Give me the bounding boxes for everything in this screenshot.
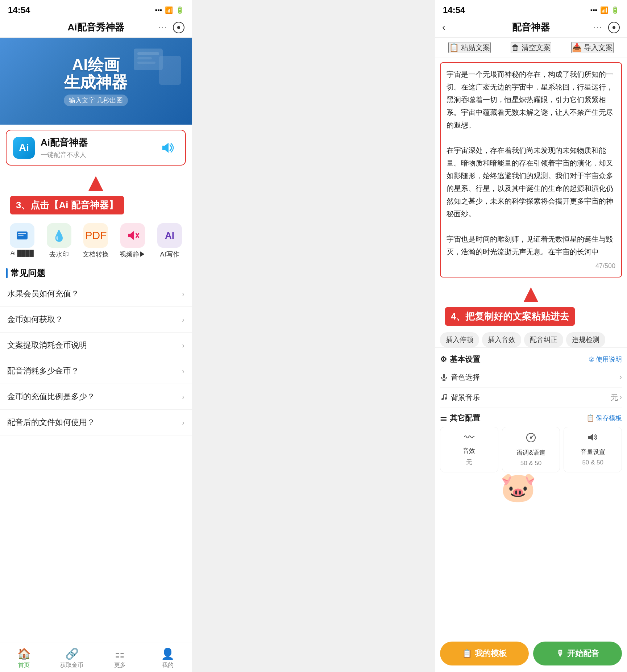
left-nav-bar: Ai配音秀神器 ··· (0, 17, 192, 38)
left-status-bar: 14:54 ▪▪▪ 📶 🔋 (0, 0, 192, 17)
highlight-card-text: Ai配音神器 一键配音不求人 (41, 136, 151, 159)
right-nav-right: ··· (594, 22, 620, 33)
config-card-sfx[interactable]: 音效 无 (440, 427, 498, 472)
right-red-arrow-up: ▲ (435, 282, 627, 305)
speaker-icon (157, 139, 179, 157)
battery-icon: 🔋 (176, 6, 184, 14)
voice-label: 音色选择 (440, 372, 480, 382)
banner: AI绘画 生成神器 输入文字 几秒出图 (0, 38, 192, 125)
tab-home[interactable]: 🏠 首页 (0, 647, 48, 669)
voice-icon (440, 373, 448, 381)
faq-item-6-text: 配音后的文件如何使用？ (7, 417, 95, 428)
tab-more-icon: ⚏ (115, 647, 125, 660)
right-nav-target-icon[interactable] (608, 22, 620, 33)
bg-music-row[interactable]: 背景音乐 无 › (440, 388, 622, 408)
tab-home-label: 首页 (18, 661, 30, 669)
faq-item-5[interactable]: 金币的充值比例是多少？ › (0, 384, 192, 410)
bg-music-label: 背景音乐 (440, 393, 480, 402)
voice-value: › (618, 372, 622, 382)
faq-item-3[interactable]: 文案提取消耗金币说明 › (0, 333, 192, 358)
tab-pause[interactable]: 插入停顿 (440, 332, 479, 347)
other-title: ⚌ 其它配置 (440, 413, 480, 423)
sfx-wave-icon (464, 432, 474, 444)
svg-marker-20 (588, 434, 593, 441)
back-button[interactable]: ‹ (442, 22, 445, 33)
sfx-card-label: 音效 (463, 447, 475, 455)
tab-sfx[interactable]: 插入音效 (482, 332, 521, 347)
music-icon (440, 393, 448, 401)
left-nav-title: Ai配音秀神器 (68, 21, 124, 34)
feature-watermark[interactable]: 💧 去水印 (43, 223, 75, 259)
right-status-icons: ▪▪▪ 📶 🔋 (590, 6, 619, 14)
toolbar: 📋 粘贴文案 🗑 清空文案 📥 导入文案 (435, 38, 627, 58)
bottom-buttons: 📋 我的模板 🎙 开始配音 (435, 636, 627, 672)
save-template-text: 保存模板 (596, 414, 622, 422)
tab-coins[interactable]: 🔗 获取金币 (48, 647, 96, 669)
tab-correct[interactable]: 配音纠正 (524, 332, 563, 347)
step4-label-container: 4、把复制好的文案粘贴进去 (440, 306, 622, 329)
text-counter: 47/500 (447, 260, 615, 272)
clear-btn[interactable]: 🗑 清空文案 (511, 42, 551, 53)
right-nav-more-icon[interactable]: ··· (594, 23, 602, 32)
config-card-volume[interactable]: 音量设置 50 & 50 (564, 427, 622, 472)
feature-mute[interactable]: 视频静▶ (116, 223, 149, 259)
my-template-btn[interactable]: 📋 我的模板 (440, 642, 529, 665)
faq-item-3-text: 文案提取消耗金币说明 (7, 340, 87, 351)
faq-item-1[interactable]: 水果会员如何充值？ › (0, 281, 192, 307)
svg-rect-8 (18, 235, 24, 236)
left-nav-more-icon[interactable]: ··· (158, 23, 167, 32)
feature-doc[interactable]: PDF 文档转换 (79, 223, 112, 259)
start-btn-label: 开始配音 (567, 648, 599, 659)
right-phone: 14:54 ▪▪▪ 📶 🔋 ‹ 配音神器 ··· 📋 粘贴文案 🗑 清空文案 📥… (435, 0, 627, 672)
tone-card-value: 50 & 50 (520, 460, 542, 467)
banner-sub: 输入文字 几秒出图 (64, 95, 128, 106)
faq-item-6[interactable]: 配音后的文件如何使用？ › (0, 410, 192, 435)
other-title-text: 其它配置 (450, 413, 480, 423)
volume-icon (587, 432, 598, 445)
settings-header: ⚙ 基本设置 ② 使用说明 (440, 354, 622, 364)
feature-ai-icon (10, 223, 34, 248)
faq-item-4[interactable]: 配音消耗多少金币？ › (0, 358, 192, 384)
right-status-bar: 14:54 ▪▪▪ 📶 🔋 (435, 0, 627, 17)
svg-marker-5 (162, 143, 169, 153)
svg-rect-4 (159, 56, 181, 85)
text-area[interactable]: 宇宙是一个无垠而神秘的存在，构成了我们所知的一切。在这广袤无边的宇宙中，星系轮回… (440, 62, 622, 277)
tab-coins-icon: 🔗 (65, 647, 79, 660)
svg-rect-3 (137, 62, 155, 64)
paste-btn[interactable]: 📋 粘贴文案 (448, 42, 491, 53)
arrow-up-icon: ▲ (83, 172, 108, 192)
feature-item-ai[interactable]: Ai ████ (6, 223, 38, 259)
faq-item-2[interactable]: 金币如何获取？ › (0, 307, 192, 333)
left-nav-target-icon[interactable] (173, 22, 184, 33)
settings-help[interactable]: ② 使用说明 (589, 355, 622, 364)
tab-check[interactable]: 违规检测 (566, 332, 605, 347)
faq-item-5-text: 金币的充值比例是多少？ (7, 391, 95, 402)
start-btn-icon: 🎙 (556, 649, 564, 658)
tone-speed-icon (526, 432, 536, 446)
save-template-btn[interactable]: 📋 保存模板 (586, 414, 622, 422)
right-battery-icon: 🔋 (611, 6, 619, 14)
feature-ai-label: Ai ████ (11, 250, 34, 256)
tab-profile[interactable]: 👤 我的 (144, 647, 192, 669)
faq-chevron-1: › (182, 290, 184, 298)
template-btn-label: 我的模板 (475, 648, 507, 659)
feature-ai-write[interactable]: AI AI写作 (153, 223, 186, 259)
config-card-tone[interactable]: 语调&语速 50 & 50 (502, 427, 560, 472)
right-time: 14:54 (443, 5, 465, 15)
paste-icon: 📋 (449, 43, 459, 53)
clear-icon: 🗑 (511, 43, 519, 53)
faq-chevron-6: › (182, 418, 184, 427)
red-arrow-up: ▲ (0, 171, 192, 194)
banner-decoration (130, 45, 188, 88)
bg-music-label-text: 背景音乐 (451, 393, 480, 402)
highlight-card[interactable]: Ai Ai配音神器 一键配音不求人 (6, 130, 186, 166)
start-dubbing-btn[interactable]: 🎙 开始配音 (533, 642, 622, 665)
left-time: 14:54 (8, 5, 30, 15)
faq-chevron-4: › (182, 367, 184, 375)
right-signal-icon: ▪▪▪ (590, 7, 597, 14)
voice-row[interactable]: 音色选择 › (440, 367, 622, 388)
step3-text: 3、点击【Ai 配音神器】 (10, 196, 124, 214)
tab-more[interactable]: ⚏ 更多 (96, 647, 144, 669)
import-btn[interactable]: 📥 导入文案 (571, 42, 614, 53)
step4-text: 4、把复制好的文案粘贴进去 (445, 307, 575, 326)
